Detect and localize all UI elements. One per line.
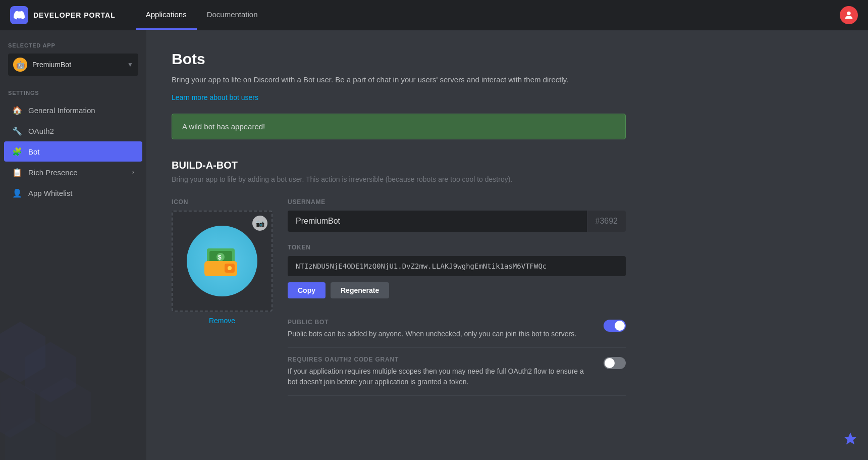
learn-more-link[interactable]: Learn more about bot users xyxy=(172,93,258,101)
username-input[interactable] xyxy=(288,211,587,232)
username-row: #3692 xyxy=(288,211,626,232)
selected-app-label: SELECTED APP xyxy=(8,42,138,48)
sidebar: SELECTED APP 🤖 PremiumBot ▼ SETTINGS 🏠 G… xyxy=(0,30,146,460)
settings-section-label: SETTINGS xyxy=(0,90,146,96)
sidebar-item-general-information[interactable]: 🏠 General Information xyxy=(4,100,142,120)
public-bot-row: PUBLIC BOT Public bots can be added by a… xyxy=(288,311,626,348)
bot-fields: USERNAME #3692 TOKEN NTIzNDU5NjE4ODE1MzQ… xyxy=(288,198,626,396)
wild-bot-banner: A wild bot has appeared! xyxy=(172,114,626,139)
page-description: Bring your app to life on Discord with a… xyxy=(172,74,626,86)
oauth2-code-grant-row: REQUIRES OAUTH2 CODE GRANT If your appli… xyxy=(288,348,626,396)
oauth2-toggle[interactable] xyxy=(604,357,626,369)
wild-bot-text: A wild bot has appeared! xyxy=(182,122,265,131)
oauth2-description: If your application requires multiple sc… xyxy=(288,366,593,387)
app-selector-dropdown[interactable]: 🤖 PremiumBot ▼ xyxy=(8,54,138,76)
wrench-icon: 🔧 xyxy=(12,126,22,136)
sidebar-item-app-whitelist[interactable]: 👤 App Whitelist xyxy=(4,183,142,203)
public-bot-toggle[interactable] xyxy=(604,320,626,332)
build-a-bot-description: Bring your app to life by adding a bot u… xyxy=(172,175,843,183)
discord-logo-icon xyxy=(10,6,28,24)
sidebar-label-bot: Bot xyxy=(28,147,40,156)
icon-field-label: ICON xyxy=(172,198,273,206)
token-value: NTIzNDU5NjE4ODE1MzQ0NjU1.DvZ2mw.LLAKJ9wg… xyxy=(288,256,626,276)
icon-upload-section: ICON $ xyxy=(172,198,273,325)
oauth2-label: REQUIRES OAUTH2 CODE GRANT xyxy=(288,356,593,363)
sidebar-label-general-information: General Information xyxy=(28,106,95,115)
camera-icon: 📷 xyxy=(252,216,267,231)
user-avatar[interactable] xyxy=(840,6,858,24)
toggle-knob xyxy=(615,321,625,331)
discriminator: #3692 xyxy=(587,211,626,232)
token-section: TOKEN NTIzNDU5NjE4ODE1MzQ0NjU1.DvZ2mw.LL… xyxy=(288,244,626,298)
sidebar-item-bot[interactable]: 🧩 Bot xyxy=(4,141,142,162)
app-name: PremiumBot xyxy=(32,61,122,69)
hex-decoration xyxy=(0,317,121,460)
sidebar-item-rich-presence[interactable]: 📋 Rich Presence › xyxy=(4,162,142,182)
selected-app-section: SELECTED APP 🤖 PremiumBot ▼ xyxy=(0,42,146,86)
list-icon: 📋 xyxy=(12,167,22,177)
public-bot-label: PUBLIC BOT xyxy=(288,319,593,326)
svg-text:$: $ xyxy=(218,254,222,261)
sidebar-label-rich-presence: Rich Presence xyxy=(28,168,78,177)
svg-point-12 xyxy=(228,266,232,270)
bot-avatar: $ xyxy=(187,226,257,296)
user-icon: 👤 xyxy=(12,188,22,198)
main-content: Bots Bring your app to life on Discord w… xyxy=(146,30,868,460)
puzzle-icon: 🧩 xyxy=(12,146,22,157)
logo: DEVELOPER PORTAL xyxy=(10,6,116,24)
main-layout: SELECTED APP 🤖 PremiumBot ▼ SETTINGS 🏠 G… xyxy=(0,30,868,460)
svg-marker-13 xyxy=(844,433,857,445)
build-a-bot-title: BUILD-A-BOT xyxy=(172,160,843,171)
username-field-label: USERNAME xyxy=(288,198,626,206)
app-icon: 🤖 xyxy=(13,58,27,72)
nav-tabs: Applications Documentation xyxy=(136,0,268,30)
home-icon: 🏠 xyxy=(12,105,22,115)
remove-icon-link[interactable]: Remove xyxy=(172,317,273,325)
dropdown-arrow-icon: ▼ xyxy=(127,61,133,68)
copy-token-button[interactable]: Copy xyxy=(288,282,326,298)
svg-point-0 xyxy=(847,11,850,15)
portal-title: DEVELOPER PORTAL xyxy=(33,11,116,19)
tab-applications[interactable]: Applications xyxy=(136,0,197,30)
bottom-badge xyxy=(843,431,858,450)
top-navigation: DEVELOPER PORTAL Applications Documentat… xyxy=(0,0,868,30)
sidebar-label-app-whitelist: App Whitelist xyxy=(28,189,73,197)
sidebar-item-oauth2[interactable]: 🔧 OAuth2 xyxy=(4,121,142,141)
sidebar-label-oauth2: OAuth2 xyxy=(28,127,54,135)
oauth2-toggle-knob xyxy=(605,358,615,368)
token-buttons: Copy Regenerate xyxy=(288,282,626,298)
chevron-right-icon: › xyxy=(132,169,134,176)
page-title: Bots xyxy=(172,50,843,68)
build-a-bot-grid: ICON $ xyxy=(172,198,626,396)
tab-documentation[interactable]: Documentation xyxy=(197,0,268,30)
icon-upload-box[interactable]: $ 📷 xyxy=(172,211,273,312)
token-field-label: TOKEN xyxy=(288,244,626,251)
regenerate-token-button[interactable]: Regenerate xyxy=(331,282,389,298)
public-bot-description: Public bots can be added by anyone. When… xyxy=(288,329,593,339)
